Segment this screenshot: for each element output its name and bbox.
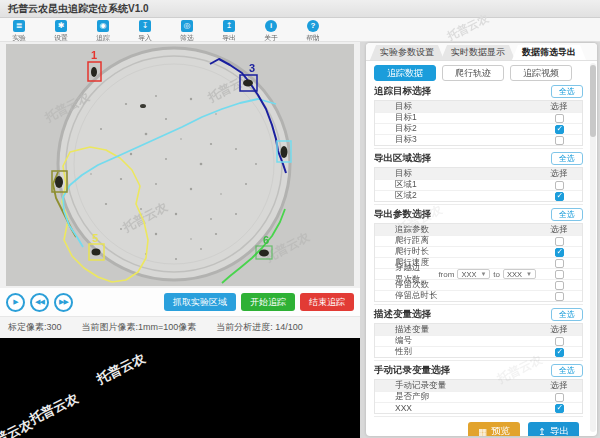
target-label: 3 bbox=[249, 62, 255, 74]
toolbar-label: 实验 bbox=[12, 33, 26, 42]
select-all-button[interactable]: 全选 bbox=[551, 208, 583, 221]
scrollbar-thumb[interactable] bbox=[590, 65, 596, 137]
video-viewport[interactable]: 托普云农 托普云农 托普云农 托普云农 1 bbox=[0, 42, 360, 288]
column-header: 选择 bbox=[536, 224, 582, 236]
checkbox[interactable] bbox=[555, 237, 564, 246]
toolbar-label: 帮助 bbox=[306, 33, 320, 42]
rewind-button[interactable]: ◀◀ bbox=[30, 293, 49, 312]
image-scale: 当前图片像素:1mm=100像素 bbox=[82, 321, 197, 334]
section-title: 追踪目标选择 bbox=[374, 85, 431, 98]
section-title: 手动记录变量选择 bbox=[374, 364, 450, 377]
toolbar-button-filter[interactable]: ◎ 筛选 bbox=[174, 20, 200, 43]
toolbar-button-about[interactable]: i 关于 bbox=[258, 20, 284, 43]
checkbox[interactable] bbox=[555, 270, 564, 279]
toolbar-button-export[interactable]: ↥ 导出 bbox=[216, 20, 242, 43]
boundary-range: from XXX ▼ to XXX ▼ bbox=[438, 269, 536, 279]
select-all-button[interactable]: 全选 bbox=[551, 308, 583, 321]
subtab-tracking-data[interactable]: 追踪数据 bbox=[374, 65, 436, 81]
table-header: 手动记录变量 选择 bbox=[375, 380, 582, 391]
status-bar: 标定像素:300 当前图片像素:1mm=100像素 当前分析进度: 14/100 bbox=[0, 316, 360, 338]
play-button[interactable]: ▶ bbox=[6, 293, 25, 312]
toolbar-button-help[interactable]: ? 帮助 bbox=[300, 20, 326, 43]
window-title: 托普云农昆虫追踪定位系统V1.0 bbox=[8, 2, 149, 16]
checkbox[interactable] bbox=[555, 348, 564, 357]
column-header: 选择 bbox=[536, 380, 582, 392]
table-row: 是否产卵 bbox=[375, 391, 582, 402]
chevron-down-icon: ▼ bbox=[480, 271, 486, 277]
row-label: 性别 bbox=[375, 346, 536, 358]
insect bbox=[140, 104, 146, 108]
checkbox[interactable] bbox=[555, 337, 564, 346]
analysis-progress: 当前分析进度: 14/100 bbox=[216, 321, 303, 334]
toolbar-button-tracking[interactable]: ◉ 追踪 bbox=[90, 20, 116, 43]
select-all-button[interactable]: 全选 bbox=[551, 85, 583, 98]
target-label: 5 bbox=[92, 232, 98, 244]
toolbar-label: 筛选 bbox=[180, 33, 194, 42]
table-row: 爬行距离 bbox=[375, 235, 582, 246]
playback-controls: ▶ ◀◀ ▶▶ 抓取实验区域 开始追踪 结束追踪 bbox=[0, 288, 360, 316]
panel-content: 托普云农 托普云农 追踪数据 爬行轨迹 追踪视频 追踪目标选择 全选 bbox=[366, 61, 597, 436]
to-dropdown[interactable]: XXX ▼ bbox=[503, 269, 536, 279]
toolbar: ≣ 实验 ✱ 设置 ◉ 追踪 ↧ 导入 ◎ 筛选 ↥ 导出 i 关于 ? 帮助 bbox=[0, 18, 600, 42]
checkbox[interactable] bbox=[555, 248, 564, 257]
filter-icon: ◎ bbox=[181, 20, 193, 32]
toolbar-button-experiment[interactable]: ≣ 实验 bbox=[6, 20, 32, 43]
section-title: 导出区域选择 bbox=[374, 152, 431, 165]
insect bbox=[243, 80, 253, 87]
checkbox[interactable] bbox=[555, 281, 564, 290]
preview-button[interactable]: ▦ 预览 bbox=[468, 422, 520, 436]
about-icon: i bbox=[265, 20, 277, 32]
column-header: 选择 bbox=[536, 324, 582, 336]
insect bbox=[259, 250, 269, 257]
tab-realtime-data[interactable]: 实时数据显示 bbox=[441, 45, 515, 60]
table-row: 停留次数 bbox=[375, 279, 582, 290]
tab-data-export[interactable]: 数据筛选导出 bbox=[512, 45, 586, 60]
from-dropdown[interactable]: XXX ▼ bbox=[457, 269, 490, 279]
toolbar-label: 导出 bbox=[222, 33, 236, 42]
checkbox[interactable] bbox=[555, 125, 564, 134]
tracking-icon: ◉ bbox=[97, 20, 109, 32]
insect bbox=[281, 146, 288, 158]
insect bbox=[92, 249, 101, 256]
checkbox[interactable] bbox=[555, 404, 564, 413]
tab-experiment-params[interactable]: 实验参数设置 bbox=[370, 45, 444, 60]
checkbox[interactable] bbox=[555, 136, 564, 145]
subtab-tracking-video[interactable]: 追踪视频 bbox=[510, 65, 572, 81]
settings-icon: ✱ bbox=[55, 20, 67, 32]
to-label: to bbox=[493, 270, 500, 279]
export-button[interactable]: ↥ 导出 bbox=[528, 422, 579, 436]
checkbox[interactable] bbox=[555, 393, 564, 402]
toolbar-button-settings[interactable]: ✱ 设置 bbox=[48, 20, 74, 43]
panel-scrollbar[interactable] bbox=[590, 63, 596, 432]
checkbox[interactable] bbox=[555, 114, 564, 123]
toolbar-button-import[interactable]: ↧ 导入 bbox=[132, 20, 158, 43]
section-manual-vars: 手动记录变量选择 全选 手动记录变量 选择 是否产卵 bbox=[374, 363, 583, 417]
main-area: 托普云农 托普云农 托普云农 托普云农 1 bbox=[0, 42, 600, 438]
toolbar-label: 设置 bbox=[54, 33, 68, 42]
experiment-icon: ≣ bbox=[13, 20, 25, 32]
select-all-button[interactable]: 全选 bbox=[551, 152, 583, 165]
checkbox[interactable] bbox=[555, 259, 564, 268]
row-label: 区域2 bbox=[375, 190, 536, 202]
column-header: 选择 bbox=[536, 168, 582, 180]
table-row: 目标1 bbox=[375, 112, 582, 123]
select-all-button[interactable]: 全选 bbox=[551, 364, 583, 377]
checkbox[interactable] bbox=[555, 181, 564, 190]
checkbox[interactable] bbox=[555, 192, 564, 201]
start-tracking-button[interactable]: 开始追踪 bbox=[241, 293, 295, 311]
row-label: 是否产卵 bbox=[375, 391, 536, 403]
table-row: 目标3 bbox=[375, 134, 582, 145]
export-subtabs: 追踪数据 爬行轨迹 追踪视频 bbox=[374, 65, 583, 81]
checkbox[interactable] bbox=[555, 292, 564, 301]
forward-button[interactable]: ▶▶ bbox=[54, 293, 73, 312]
insect bbox=[91, 67, 97, 77]
section-export-region: 导出区域选择 全选 目标 选择 区域1 bbox=[374, 151, 583, 205]
toolbar-label: 导入 bbox=[138, 33, 152, 42]
section-title: 描述变量选择 bbox=[374, 308, 431, 321]
stop-tracking-button[interactable]: 结束追踪 bbox=[300, 293, 354, 311]
target-label: 1 bbox=[91, 49, 97, 61]
capture-region-button[interactable]: 抓取实验区域 bbox=[164, 293, 236, 311]
subtab-crawl-trajectory[interactable]: 爬行轨迹 bbox=[442, 65, 504, 81]
column-header: 选择 bbox=[536, 101, 582, 113]
table-row: 爬行时长 bbox=[375, 246, 582, 257]
